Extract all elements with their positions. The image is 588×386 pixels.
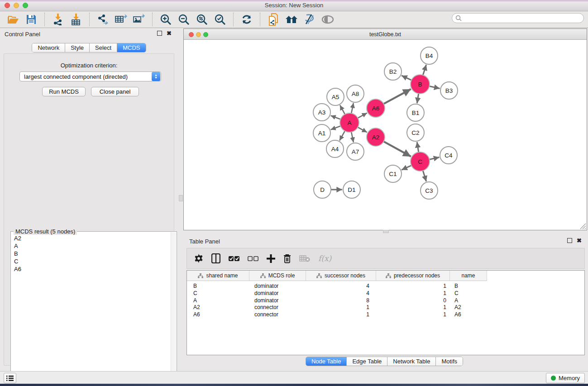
column-header-successor-nodes[interactable]: successor nodes	[306, 271, 376, 281]
table-cell[interactable]: 4	[306, 290, 376, 297]
window-resize-grip[interactable]	[579, 222, 586, 229]
close-panel-button[interactable]: Close panel	[91, 87, 139, 96]
column-header-predecessor-nodes[interactable]: predecessor nodes	[376, 271, 450, 281]
table-cell[interactable]: A	[450, 297, 487, 304]
columns-icon[interactable]	[211, 253, 220, 263]
graph-node-A7[interactable]: A7	[347, 143, 364, 160]
table-cell[interactable]: A2	[187, 304, 249, 311]
export-image-icon[interactable]	[132, 13, 146, 26]
result-item[interactable]: A	[11, 242, 171, 250]
graph-node-A8[interactable]: A8	[347, 85, 364, 102]
import-table-icon[interactable]	[69, 13, 83, 26]
result-item[interactable]: C	[11, 257, 171, 265]
graph-node-A3[interactable]: A3	[313, 104, 330, 121]
table-cell[interactable]: 1	[376, 282, 450, 290]
table-cell[interactable]: 8	[306, 297, 376, 304]
network-graph-canvas[interactable]: B4B2BB3A8A5A6A3B1AC2A1A2A4A7C4CC1DD1C3	[185, 41, 587, 230]
table-cell[interactable]: 1	[376, 304, 450, 311]
table-cell[interactable]: connector	[249, 304, 306, 311]
graph-node-D[interactable]: D	[314, 181, 331, 198]
open-file-icon[interactable]	[6, 13, 20, 26]
column-header-name[interactable]: name	[450, 271, 487, 281]
graph-node-B1[interactable]: B1	[407, 104, 424, 121]
graph-node-A5[interactable]: A5	[327, 88, 344, 105]
export-network-icon[interactable]	[96, 13, 110, 26]
table-cell[interactable]: 0	[376, 297, 450, 304]
zoom-in-icon[interactable]	[159, 13, 172, 26]
table-cell[interactable]: A6	[450, 311, 487, 318]
export-table-icon[interactable]	[114, 13, 128, 26]
graph-node-A6[interactable]: A6	[367, 99, 385, 117]
import-network-icon[interactable]	[51, 13, 65, 26]
run-mcds-button[interactable]: Run MCDS	[42, 87, 86, 96]
float-table-panel-icon[interactable]	[567, 238, 572, 243]
graph-node-C2[interactable]: C2	[407, 124, 424, 141]
graph-node-B2[interactable]: B2	[384, 63, 402, 80]
graph-node-B[interactable]: B	[411, 75, 430, 94]
tab-node-table[interactable]: Node Table	[306, 357, 347, 366]
table-cell[interactable]: B	[187, 282, 249, 290]
table-cell[interactable]: connector	[249, 311, 306, 318]
save-session-icon[interactable]	[24, 13, 38, 26]
select-all-checks-icon[interactable]	[229, 256, 239, 262]
tab-edge-table[interactable]: Edge Table	[347, 357, 387, 366]
column-header-MCDS-role[interactable]: MCDS role	[249, 271, 306, 281]
table-cell[interactable]: B	[450, 282, 487, 290]
graph-node-C4[interactable]: C4	[440, 147, 457, 164]
table-cell[interactable]: 4	[306, 282, 376, 290]
result-item[interactable]: A6	[11, 265, 171, 273]
memory-button[interactable]: Memory	[546, 373, 585, 383]
home-icon[interactable]	[285, 13, 298, 26]
search-input[interactable]	[462, 15, 575, 21]
hide-details-icon[interactable]	[303, 13, 316, 26]
table-cell[interactable]: A2	[450, 304, 487, 311]
graph-node-C[interactable]: C	[411, 152, 430, 171]
graph-node-B3[interactable]: B3	[440, 82, 458, 99]
tab-mcds[interactable]: MCDS	[117, 43, 145, 52]
tab-motifs[interactable]: Motifs	[436, 357, 463, 366]
close-table-panel-icon[interactable]: ✖	[577, 238, 582, 243]
zoom-selected-icon[interactable]	[213, 13, 227, 26]
graph-node-A[interactable]: A	[340, 113, 359, 132]
task-history-button[interactable]	[4, 373, 16, 383]
table-cell[interactable]: 1	[376, 290, 450, 297]
node-table[interactable]: shared nameMCDS rolesuccessor nodesprede…	[186, 270, 585, 355]
table-cell[interactable]: dominator	[249, 290, 306, 297]
graph-node-C3[interactable]: C3	[421, 182, 438, 199]
table-cell[interactable]: 1	[306, 304, 376, 311]
float-panel-icon[interactable]	[157, 31, 162, 36]
result-scrollbar[interactable]	[171, 232, 176, 386]
criterion-dropdown[interactable]: largest connected component (directed) ▲…	[19, 71, 161, 81]
table-cell[interactable]: A	[187, 297, 249, 304]
tab-style[interactable]: Style	[65, 43, 90, 52]
tab-network-table[interactable]: Network Table	[387, 357, 436, 366]
tab-network[interactable]: Network	[32, 43, 65, 52]
refresh-icon[interactable]	[240, 13, 253, 26]
graph-node-A4[interactable]: A4	[326, 140, 344, 157]
graph-node-A2[interactable]: A2	[367, 128, 385, 146]
graph-node-D1[interactable]: D1	[343, 181, 360, 198]
table-cell[interactable]: A6	[187, 311, 249, 318]
graph-node-B4[interactable]: B4	[421, 47, 438, 64]
result-item[interactable]: B	[11, 250, 171, 257]
gear-icon[interactable]	[194, 254, 203, 263]
copy-network-icon[interactable]	[267, 13, 280, 26]
mcds-result-list[interactable]: A2ABCA6	[11, 234, 171, 386]
show-eye-icon[interactable]	[321, 13, 335, 26]
result-item[interactable]: A2	[11, 234, 171, 242]
deselect-checks-icon[interactable]	[248, 256, 258, 262]
add-column-icon[interactable]	[267, 254, 275, 263]
table-cell[interactable]: C	[187, 290, 249, 297]
close-panel-icon[interactable]: ✖	[167, 31, 172, 36]
table-cell[interactable]: 1	[376, 311, 450, 318]
horizontal-split-handle[interactable]	[383, 230, 389, 233]
graph-node-C1[interactable]: C1	[384, 165, 402, 182]
column-header-shared-name[interactable]: shared name	[187, 271, 249, 281]
table-cell[interactable]: dominator	[249, 297, 306, 304]
delete-column-icon[interactable]	[283, 254, 291, 263]
zoom-out-icon[interactable]	[177, 13, 191, 26]
zoom-fit-icon[interactable]	[195, 13, 209, 26]
tab-select[interactable]: Select	[90, 43, 117, 52]
search-field[interactable]	[452, 13, 584, 23]
vertical-split-handle[interactable]	[179, 195, 183, 201]
